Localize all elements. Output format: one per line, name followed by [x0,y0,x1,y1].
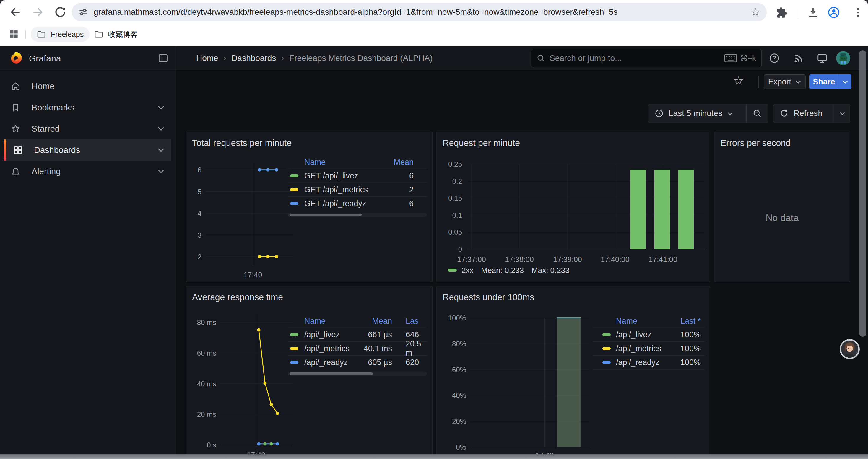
sidebar-item-alerting[interactable]: Alerting [4,161,171,182]
favorite-star-button[interactable]: ☆ [733,74,744,88]
bookmark-folder-freeleaps[interactable]: Freeleaps [31,27,90,42]
series-color-pill[interactable] [602,333,611,336]
series-name[interactable]: GET /api/_metrics [304,185,409,194]
download-icon[interactable] [807,6,819,19]
export-button[interactable]: Export [764,74,806,89]
chevron-down-icon[interactable] [157,105,164,110]
scrollbar-thumb[interactable] [289,214,362,216]
monitor-icon[interactable] [816,53,828,64]
reload-icon[interactable] [54,6,67,19]
time-range-picker[interactable]: Last 5 minutes [649,104,746,123]
site-settings-icon[interactable] [78,7,88,17]
nav-left-block: Grafana [0,46,176,70]
search-input[interactable]: Search or jump to... ⌘+k [531,49,762,67]
chevron-down-icon[interactable] [157,148,164,153]
axis-tick-label: 60 ms [197,349,216,357]
series-color-pill[interactable] [602,347,611,350]
panel-title[interactable]: Errors per second [720,138,790,148]
data-point [264,442,267,446]
series-color-pill[interactable] [602,361,611,364]
series-name[interactable]: /api/_readyz [616,358,680,367]
panel-title[interactable]: Requests under 100ms [442,292,534,302]
series-name[interactable]: /api/_livez [616,330,680,339]
series-color-pill[interactable] [290,202,299,205]
chevron-down-icon[interactable] [157,126,164,131]
scrollbar-thumb[interactable] [289,372,373,375]
series-mean: 6 [409,171,427,181]
sidebar-item-dashboards[interactable]: Dashboards [4,139,171,161]
axis-tick-label: 17:40:00 [601,255,629,263]
apps-grid-icon[interactable] [8,28,20,40]
panel-title[interactable]: Average response time [192,292,283,302]
user-avatar[interactable] [836,51,850,65]
sidebar-item-bookmarks[interactable]: Bookmarks [4,97,171,118]
series-color-pill[interactable] [290,333,299,336]
series-color-pill[interactable] [290,361,299,364]
axis-tick-label: 17:39:00 [553,255,582,263]
data-point [258,255,261,258]
series-last: 100% [680,330,705,339]
help-icon[interactable]: ? [769,53,780,64]
share-button[interactable]: Share [809,74,839,89]
refresh-interval-menu[interactable] [833,104,851,123]
vertical-scrollbar[interactable] [859,50,866,337]
series-mean: Mean: 0.233 [481,266,524,275]
panel-title[interactable]: Total requests per minute [192,138,291,148]
bookmark-star-icon[interactable]: ☆ [751,6,760,18]
back-icon[interactable] [9,6,22,19]
clock-icon [654,109,664,118]
panel-title[interactable]: Request per minute [442,138,520,148]
bar [630,170,646,249]
profile-avatar-icon[interactable] [827,6,840,19]
axis-tick-label: 17:38:00 [505,255,533,263]
breadcrumb-home[interactable]: Home [196,54,218,63]
sidebar-item-home[interactable]: Home [4,76,171,97]
series-name[interactable]: GET /api/_livez [304,171,409,181]
axis-tick-label: 4 [198,209,202,218]
chevron-down-icon [842,80,848,84]
forward-icon[interactable] [31,6,44,19]
legend-table: NameMeanLas /api/_livez661 µs646 /api/_m… [288,315,427,376]
series-mean: 605 µs [354,358,392,367]
series-last: 100% [680,358,705,367]
data-point [270,442,273,446]
series-name[interactable]: 2xx [462,266,473,275]
series-name[interactable]: GET /api/_readyz [304,199,409,208]
bookmark-folder-blogs[interactable]: 收藏博客 [88,27,144,42]
series-mean: 2 [409,185,427,194]
series-color-pill[interactable] [448,269,457,272]
floating-assistant-avatar[interactable] [840,339,860,359]
url-bar[interactable]: grafana.mathmast.com/d/deytv4rwavabkb/fr… [72,3,767,21]
share-menu-button[interactable] [839,74,851,89]
series-name[interactable]: /api/_livez [304,330,354,339]
breadcrumb-dashboards[interactable]: Dashboards [231,54,276,63]
refresh-button[interactable]: Refresh [773,104,833,123]
data-point [275,168,278,172]
series-last: 620 [392,358,427,367]
axis-tick-label: 0.25 [448,160,462,168]
news-rss-icon[interactable] [793,53,804,64]
browser-chrome: grafana.mathmast.com/d/deytv4rwavabkb/fr… [0,0,868,46]
refresh-icon [779,109,789,118]
horizontal-scrollbar[interactable] [0,454,868,459]
legend: 2xx Mean: 0.233 Max: 0.233 [448,264,577,277]
chevron-down-icon[interactable] [157,169,164,174]
series-name[interactable]: /api/_metrics [616,344,680,353]
mega-menu-toggle-icon[interactable] [158,53,168,64]
grafana-logo[interactable] [8,51,23,66]
series-color-pill[interactable] [290,188,299,191]
series-last: 646 [392,330,427,339]
chrome-menu-icon[interactable] [852,6,864,18]
zoom-out-button[interactable] [746,104,768,123]
sidebar-item-starred[interactable]: Starred [4,118,171,139]
chevron-down-icon [727,112,733,116]
series-color-pill[interactable] [290,174,299,177]
extensions-icon[interactable] [776,7,788,19]
series-color-pill[interactable] [290,347,299,350]
axis-tick-label: 17:37:00 [457,255,486,263]
series-name[interactable]: /api/_readyz [304,358,354,367]
legend-row: /api/_metrics40.1 ms20.5 m [288,341,427,355]
dashboards-grid-icon [13,145,23,155]
legend-header: NameLast * [593,315,705,328]
series-name[interactable]: /api/_metrics [304,344,354,353]
